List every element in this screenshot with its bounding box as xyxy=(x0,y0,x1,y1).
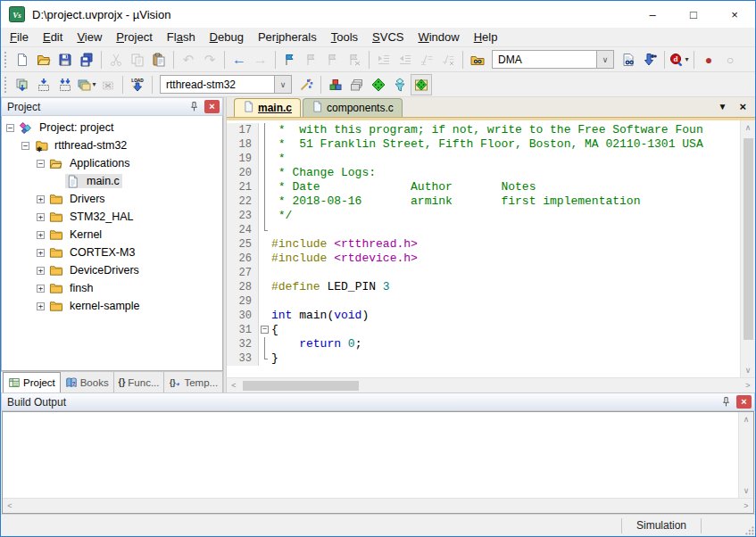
maximize-button[interactable]: □ xyxy=(673,1,714,28)
panel-tab-project[interactable]: Project xyxy=(3,372,61,392)
debug-restore-views-button[interactable]: d▾ xyxy=(669,49,690,70)
fold-margin[interactable] xyxy=(259,137,271,152)
find-combo-dropdown-button[interactable]: ∨ xyxy=(596,51,613,68)
collapse-icon[interactable]: − xyxy=(6,124,14,132)
file-extensions-button[interactable] xyxy=(346,74,368,95)
editor-horizontal-scrollbar[interactable]: < > xyxy=(227,377,755,392)
build-target-button[interactable] xyxy=(33,74,54,95)
fold-margin[interactable] xyxy=(259,194,271,209)
expand-icon[interactable]: + xyxy=(37,267,45,275)
tree-item-applications[interactable]: −Applications xyxy=(2,154,222,172)
minimize-button[interactable]: – xyxy=(632,1,673,28)
menu-file[interactable]: File xyxy=(3,29,36,45)
close-editor-icon[interactable]: × xyxy=(739,100,746,113)
manage-runtime-environment-button[interactable] xyxy=(368,74,389,95)
find-in-files-dialog-button[interactable] xyxy=(618,49,639,70)
incremental-find-button[interactable] xyxy=(639,49,660,70)
menu-tools[interactable]: Tools xyxy=(324,29,365,45)
download-to-flash-button[interactable]: LOAD xyxy=(127,74,148,95)
fold-margin[interactable] xyxy=(259,123,271,137)
expand-icon[interactable]: + xyxy=(37,285,45,293)
menu-help[interactable]: Help xyxy=(467,29,505,45)
build-output-vertical-scrollbar[interactable]: ∧ ∨ xyxy=(738,412,753,498)
scroll-down-icon[interactable]: ∨ xyxy=(741,363,755,377)
panel-tab-func[interactable]: {}Func... xyxy=(114,372,165,392)
menu-peripherals[interactable]: Peripherals xyxy=(251,29,324,45)
scroll-track[interactable] xyxy=(739,426,753,483)
insert-remove-breakpoint-button[interactable]: ● xyxy=(698,49,719,70)
scroll-right-icon[interactable]: > xyxy=(739,499,753,513)
tab-main-c[interactable]: main.c xyxy=(234,98,301,117)
menu-project[interactable]: Project xyxy=(109,29,159,45)
editor-vertical-scrollbar[interactable]: ∧ ∨ xyxy=(740,120,755,377)
save-all-button[interactable] xyxy=(76,49,97,70)
target-combo-value[interactable]: rtthread-stm32 xyxy=(161,78,274,91)
expand-icon[interactable]: + xyxy=(37,249,45,257)
tab-components-c[interactable]: components.c xyxy=(303,98,403,117)
expand-icon[interactable]: + xyxy=(37,195,45,203)
menu-window[interactable]: Window xyxy=(411,29,466,45)
enable-disable-breakpoint-button[interactable]: ○ xyxy=(719,49,741,70)
tree-item-drivers[interactable]: +Drivers xyxy=(2,190,222,208)
fold-margin[interactable] xyxy=(259,180,271,194)
build-output-horizontal-scrollbar[interactable]: < > xyxy=(3,498,753,513)
document-list-icon[interactable]: ▼ xyxy=(719,102,727,112)
fold-margin[interactable] xyxy=(259,266,271,280)
insert-bookmark-button[interactable] xyxy=(279,49,301,70)
fold-margin[interactable]: − xyxy=(259,323,271,337)
code-editor[interactable]: 17 * with this program; if not, write to… xyxy=(227,120,740,377)
scroll-thumb[interactable] xyxy=(744,138,753,340)
toolbar-grip[interactable] xyxy=(4,77,8,93)
tree-item-kernel-sample[interactable]: +kernel-sample xyxy=(2,297,222,315)
scroll-down-icon[interactable]: ∨ xyxy=(739,483,753,498)
close-button[interactable]: × xyxy=(714,1,755,28)
manage-project-items-button[interactable] xyxy=(325,74,346,95)
pin-icon[interactable] xyxy=(186,99,202,114)
rebuild-all-button[interactable] xyxy=(54,74,76,95)
fold-margin[interactable] xyxy=(259,280,271,294)
tree-item-rtthread-stm32[interactable]: −✱rtthread-stm32 xyxy=(2,136,222,154)
translate-file-button[interactable] xyxy=(12,74,33,95)
scroll-track[interactable] xyxy=(741,135,755,363)
navigate-back-button[interactable]: ← xyxy=(228,49,250,70)
new-file-button[interactable] xyxy=(12,49,33,70)
fold-margin[interactable] xyxy=(259,237,271,252)
panel-tab-books[interactable]: ?Books xyxy=(61,372,114,392)
batch-build-button[interactable]: ▾ xyxy=(76,74,97,95)
pin-icon[interactable] xyxy=(718,394,734,409)
tree-item-kernel[interactable]: +Kernel xyxy=(2,226,222,244)
fold-margin[interactable] xyxy=(259,152,271,166)
fold-margin[interactable] xyxy=(259,337,271,351)
find-combo-value[interactable]: DMA xyxy=(493,54,596,66)
tree-item-cortex-m3[interactable]: +CORTEX-M3 xyxy=(2,244,222,261)
fold-margin[interactable] xyxy=(259,294,271,309)
close-project-panel-button[interactable]: × xyxy=(204,100,220,113)
fold-margin[interactable] xyxy=(259,252,271,266)
menu-svcs[interactable]: SVCS xyxy=(365,29,411,45)
save-button[interactable] xyxy=(54,49,76,70)
menu-debug[interactable]: Debug xyxy=(203,29,251,45)
fold-margin[interactable] xyxy=(259,309,271,323)
scroll-up-icon[interactable]: ∧ xyxy=(739,412,753,426)
configuration-wizard-button[interactable] xyxy=(389,74,411,95)
target-combo-dropdown-button[interactable]: ∨ xyxy=(274,76,291,93)
menu-view[interactable]: View xyxy=(70,29,109,45)
menu-flash[interactable]: Flash xyxy=(160,29,203,45)
paste-button[interactable] xyxy=(148,49,170,70)
expand-icon[interactable]: + xyxy=(37,213,45,221)
expand-icon[interactable]: + xyxy=(37,302,45,310)
tree-item-main-c[interactable]: main.c xyxy=(2,172,222,190)
scroll-thumb[interactable] xyxy=(243,381,359,391)
options-for-target-button[interactable] xyxy=(295,74,317,95)
tree-item-devicedrivers[interactable]: +DeviceDrivers xyxy=(2,261,222,279)
panel-tab-temp[interactable]: {}Temp... xyxy=(164,372,223,392)
scroll-left-icon[interactable]: < xyxy=(3,499,17,513)
open-file-button[interactable] xyxy=(33,49,54,70)
collapse-icon[interactable]: − xyxy=(21,142,29,150)
scroll-left-icon[interactable]: < xyxy=(227,378,241,392)
tree-item-finsh[interactable]: +finsh xyxy=(2,279,222,297)
scroll-up-icon[interactable]: ∧ xyxy=(741,120,755,135)
fold-margin[interactable] xyxy=(259,166,271,180)
fold-margin[interactable] xyxy=(259,351,271,366)
menu-edit[interactable]: Edit xyxy=(36,29,70,45)
